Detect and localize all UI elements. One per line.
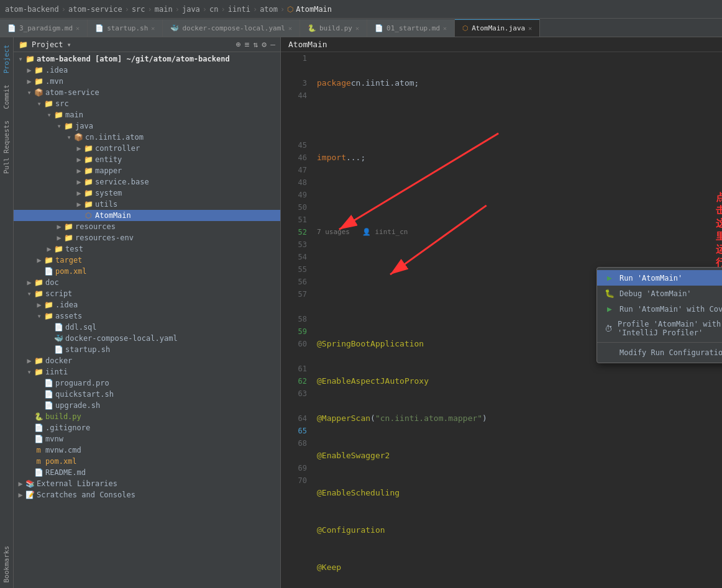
tree-item-doc[interactable]: ▶ 📁 doc [14,277,280,288]
tree-item-idea[interactable]: ▶ 📁 .idea [14,65,280,76]
tree-item-ddl[interactable]: ▶ 📄 ddl.sql [14,322,280,333]
code-line-44 [317,189,722,201]
menu-item-modify[interactable]: Modify Run Configuration... [597,345,722,360]
tree-item-system[interactable]: ▶ 📁 system [14,188,280,199]
tree-item-service-base[interactable]: ▶ 📁 service.base [14,176,280,188]
tree-item-resources-env[interactable]: ▶ 📁 resources-env [14,232,280,243]
code-line-blank1 [317,114,722,127]
debug-icon: 🐛 [605,289,615,298]
context-menu: ▶ Run 'AtomMain' ⇧⌥R 🐛 Debug 'AtomMain' … [596,267,722,363]
tree-item-ext-libraries[interactable]: ▶ 📚 External Libraries [14,478,280,489]
code-line-51: @Keep [317,561,722,574]
file-tree: ▾ 📁 atom-backend [atom] ~/git/atom/atom-… [14,52,280,588]
tree-item-main[interactable]: ▾ 📁 main [14,109,280,120]
tab-atommain[interactable]: ⬡ AtomMain.java ✕ [455,19,540,37]
project-icon-minimize[interactable]: — [270,40,275,49]
tab-3paradigm[interactable]: 📄 3_paradigm.md ✕ [0,19,88,37]
tab-build-py[interactable]: 🐍 build.py ✕ [300,19,367,37]
tree-item-upgrade[interactable]: ▶ 📄 upgrade.sh [14,400,280,411]
code-line-3: import ...; [317,152,722,164]
tree-item-script-idea[interactable]: ▶ 📁 .idea [14,299,280,310]
project-title: Project [32,40,63,49]
top-bar: atom-backend › atom-service › src › main… [0,0,722,19]
tree-item-src[interactable]: ▾ 📁 src [14,98,280,109]
tree-item-pom[interactable]: ▶ 📄 pom.xml [14,266,280,277]
project-icon-settings[interactable]: ⚙ [262,40,267,49]
tab-01startup[interactable]: 📄 01_startup.md ✕ [367,19,455,37]
tree-item-utils[interactable]: ▶ 📁 utils [14,199,280,210]
line-numbers: 1 3 44 45 46 47 48 49 50 51 52 53 54 55 … [281,52,312,588]
project-dropdown-icon[interactable]: ▾ [67,40,71,49]
code-line-48: @EnableSwagger2 [317,450,722,462]
breadcrumb: atom-backend › atom-service › src › main… [5,5,332,14]
project-header: 📁 Project ▾ ⊕ ≡ ⇅ ⚙ — [14,37,280,52]
tree-item-iinti[interactable]: ▾ 📁 iinti [14,366,280,378]
tree-item-docker[interactable]: ▶ 📁 docker [14,355,280,366]
side-tab-commit[interactable]: Commit [1,79,12,114]
code-line-1: package cn.iinti.atom; [317,77,722,89]
side-tab-project[interactable]: Project [1,40,12,78]
menu-item-profile[interactable]: ⏱ Profile 'AtomMain' with 'IntelliJ Prof… [597,317,722,340]
profile-icon: ⏱ [605,324,613,333]
tree-item-scratches[interactable]: ▶ 📝 Scratches and Consoles [14,489,280,500]
tree-item-assets[interactable]: ▾ 📁 assets [14,310,280,322]
tabs-bar: 📄 3_paradigm.md ✕ 📄 startup.sh ✕ 🐳 docke… [0,19,722,37]
tab-startup[interactable]: 📄 startup.sh ✕ [88,19,163,37]
code-line-47: @MapperScan("cn.iinti.atom.mapper") [317,412,722,425]
code-line-50: @Configuration [317,524,722,536]
tree-item-controller[interactable]: ▶ 📁 controller [14,143,280,154]
code-line-49: @EnableScheduling [317,487,722,499]
tab-docker-compose[interactable]: 🐳 docker-compose-local.yaml ✕ [163,19,300,37]
left-side-tabs: Project Commit Pull Requests Bookmarks [0,37,14,588]
tree-item-java[interactable]: ▾ 📁 java [14,120,280,132]
tree-item-proguard[interactable]: ▶ 📄 proguard.pro [14,378,280,389]
menu-separator [597,342,722,343]
tree-item-quickstart[interactable]: ▶ 📄 quickstart.sh [14,389,280,400]
run-icon: ▶ [605,273,615,283]
tree-item-readme[interactable]: ▶ 📄 README.md [14,467,280,478]
tree-item-atommain[interactable]: ▶ ⬡ AtomMain [14,210,280,221]
menu-item-run-coverage[interactable]: ▶ Run 'AtomMain' with Coverage [597,301,722,317]
code-line-usages1: 7 usages 👤 iinti_cn [317,226,722,238]
project-panel: 📁 Project ▾ ⊕ ≡ ⇅ ⚙ — ▾ 📁 atom-backend [… [14,37,281,588]
coverage-icon: ▶ [605,304,615,314]
tree-item-docker-compose[interactable]: ▶ 🐳 docker-compose-local.yaml [14,333,280,344]
project-icon-sort[interactable]: ⇅ [254,40,258,49]
tree-item-resources[interactable]: ▶ 📁 resources [14,221,280,232]
tree-root[interactable]: ▾ 📁 atom-backend [atom] ~/git/atom/atom-… [14,53,280,65]
project-folder-icon: 📁 [19,40,28,49]
tree-item-target[interactable]: ▶ 📁 target [14,255,280,266]
code-line-46: @EnableAspectJAutoProxy [317,375,722,387]
tree-item-mvnw[interactable]: ▶ 📄 mvnw [14,433,280,445]
tree-item-mvn[interactable]: ▶ 📁 .mvn [14,76,280,87]
editor-area: AtomMain 1 3 44 45 46 47 48 49 50 51 52 … [281,37,722,588]
tree-item-build-py[interactable]: ▶ 🐍 build.py [14,411,280,422]
tree-item-test[interactable]: ▶ 📁 test [14,243,280,255]
menu-item-debug[interactable]: 🐛 Debug 'AtomMain' ⇧⌥D [597,286,722,301]
menu-item-run[interactable]: ▶ Run 'AtomMain' ⇧⌥R [597,270,722,286]
tree-item-entity[interactable]: ▶ 📁 entity [14,154,280,165]
tree-item-atom-service[interactable]: ▾ 📦 atom-service [14,87,280,98]
side-tab-bookmarks[interactable]: Bookmarks [1,541,12,588]
side-tab-pull-requests[interactable]: Pull Requests [1,115,12,179]
tree-item-gitignore[interactable]: ▶ 📄 .gitignore [14,422,280,433]
tree-item-mapper[interactable]: ▶ 📁 mapper [14,165,280,176]
project-header-icons: ⊕ ≡ ⇅ ⚙ — [236,40,275,49]
tree-item-script[interactable]: ▾ 📁 script [14,288,280,299]
project-icon-menu[interactable]: ≡ [245,40,250,49]
editor-filename-bar: AtomMain [281,37,722,52]
tree-item-package[interactable]: ▾ 📦 cn.iinti.atom [14,132,280,143]
project-icon-sync[interactable]: ⊕ [236,40,241,49]
tree-item-mvnw-cmd[interactable]: ▶ m mvnw.cmd [14,445,280,456]
main-layout: Project Commit Pull Requests Bookmarks 📁… [0,37,722,588]
tree-item-startup-sh[interactable]: ▶ 📄 startup.sh [14,344,280,355]
tree-item-pom-root[interactable]: ▶ m pom.xml [14,456,280,467]
modify-icon [605,348,615,357]
